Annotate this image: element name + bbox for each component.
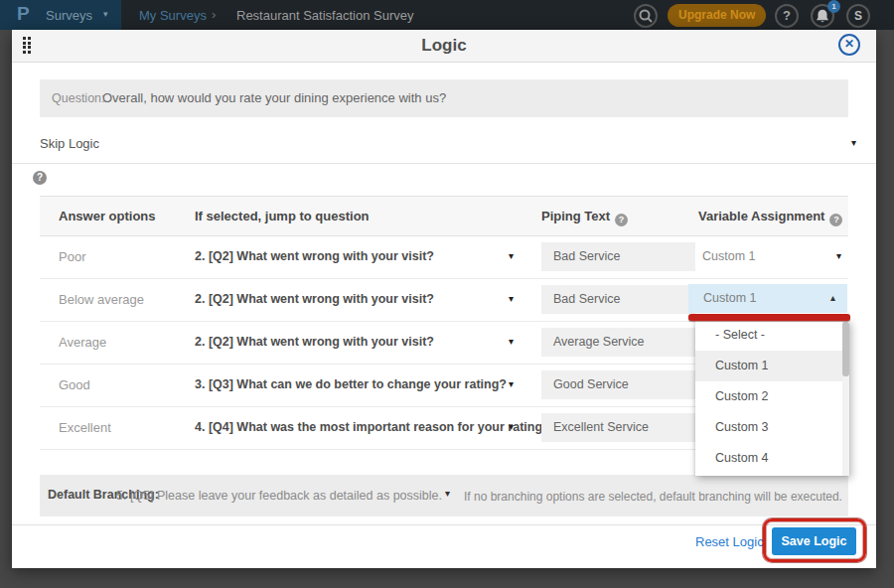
dropdown-scrollbar-thumb[interactable] <box>842 322 849 376</box>
variable-assignment-select[interactable]: Custom 1 ▾ <box>702 243 847 271</box>
app-screen: P Surveys ▾ My Surveys › Restaurant Sati… <box>0 0 894 588</box>
nav-item-surveys[interactable]: P Surveys ▾ <box>0 0 121 30</box>
dropdown-option-custom-3[interactable]: Custom 3 <box>695 412 849 443</box>
notification-count-badge: 1 <box>827 0 840 13</box>
user-avatar[interactable]: S <box>846 4 870 28</box>
variable-value: Custom 1 <box>702 249 756 263</box>
variable-assignment-select-open[interactable]: Custom 1 ▴ <box>688 284 847 313</box>
breadcrumb-current-survey: Restaurant Satisfaction Survey <box>236 8 413 23</box>
answer-option-label: Below average <box>59 292 144 307</box>
chevron-down-icon: ▾ <box>836 250 841 261</box>
close-button[interactable]: ✕ <box>838 34 860 56</box>
modal-header: Logic ✕ <box>12 30 876 63</box>
reset-logic-link[interactable]: Reset Logic <box>695 534 764 549</box>
annotation-red-underline <box>688 314 850 321</box>
upgrade-now-button[interactable]: Upgrade Now <box>668 4 766 27</box>
help-button[interactable]: ? <box>775 4 799 28</box>
jump-question-value: 3. [Q3] What can we do better to change … <box>195 377 507 391</box>
variable-assignment-help-icon[interactable]: ? <box>829 214 842 226</box>
proprofs-logo: P <box>17 3 30 25</box>
default-branching-note: If no branching options are selected, de… <box>464 490 842 504</box>
question-label: Question: <box>52 91 105 105</box>
jump-question-value: 2. [Q2] What went wrong with your visit? <box>195 249 434 263</box>
chevron-down-icon: ▾ <box>851 137 856 148</box>
question-summary-band: Question: Overall, how would you rate yo… <box>40 79 848 117</box>
save-logic-button[interactable]: Save Logic <box>772 527 856 555</box>
breadcrumb-separator: › <box>212 7 216 22</box>
logic-table-rows: Poor 2. [Q2] What went wrong with your v… <box>40 236 848 450</box>
variable-value: Custom 1 <box>703 291 757 305</box>
jump-question-value: 4. [Q4] What was the most important reas… <box>195 420 550 434</box>
surveys-menu-label: Surveys <box>46 8 92 23</box>
table-row-below-average: Below average 2. [Q2] What went wrong wi… <box>40 279 848 322</box>
dropdown-option-custom-1[interactable]: Custom 1 <box>695 351 849 381</box>
skip-logic-section-toggle[interactable]: Skip Logic ▾ <box>12 127 876 164</box>
chevron-down-icon[interactable]: ▾ <box>509 421 514 432</box>
chevron-down-icon: ▾ <box>103 9 108 19</box>
chevron-up-icon: ▴ <box>830 292 835 303</box>
logic-modal: Logic ✕ Question: Overall, how would you… <box>12 30 876 568</box>
variable-assignment-dropdown: - Select - Custom 1 Custom 2 Custom 3 Cu… <box>695 320 849 476</box>
default-branching-band: Default Branching: 5. [Q5] Please leave … <box>40 475 848 516</box>
skip-logic-help-icon[interactable]: ? <box>33 171 47 185</box>
chevron-down-icon[interactable]: ▾ <box>509 336 514 347</box>
modal-title: Logic <box>12 36 876 56</box>
dropdown-option-custom-4[interactable]: Custom 4 <box>695 443 849 474</box>
piping-text-input[interactable]: Good Service <box>541 370 695 399</box>
answer-option-label: Good <box>59 377 90 392</box>
answer-option-label: Excellent <box>59 420 111 435</box>
footer-divider <box>12 524 876 525</box>
piping-text-input[interactable]: Bad Service <box>541 285 695 314</box>
jump-question-value: 2. [Q2] What went wrong with your visit? <box>195 292 434 306</box>
piping-text-input[interactable]: Average Service <box>541 328 695 357</box>
header-answer-options: Answer options <box>59 209 156 223</box>
piping-text-input[interactable]: Excellent Service <box>541 413 695 442</box>
piping-text-input[interactable]: Bad Service <box>541 242 695 271</box>
answer-option-label: Average <box>59 335 106 350</box>
chevron-down-icon[interactable]: ▾ <box>445 488 450 499</box>
search-button[interactable] <box>634 4 658 28</box>
default-branching-select[interactable]: 5. [Q5] Please leave your feedback as de… <box>116 489 442 503</box>
jump-question-value: 2. [Q2] What went wrong with your visit? <box>195 335 434 349</box>
header-variable-assignment: Variable Assignment? <box>698 209 842 226</box>
question-mark-icon: ? <box>783 8 791 23</box>
logic-table-header: Answer options If selected, jump to ques… <box>40 196 848 236</box>
chevron-down-icon[interactable]: ▾ <box>509 293 514 304</box>
chevron-down-icon[interactable]: ▾ <box>509 250 514 261</box>
header-piping-text: Piping Text? <box>541 209 628 226</box>
dropdown-option-select[interactable]: - Select - <box>695 320 849 351</box>
header-jump-to-question: If selected, jump to question <box>195 209 370 223</box>
piping-text-help-icon[interactable]: ? <box>615 214 628 226</box>
question-text: Overall, how would you rate your dining … <box>102 90 446 105</box>
answer-option-label: Poor <box>59 249 85 264</box>
question-mark-icon: ? <box>37 172 43 183</box>
close-icon: ✕ <box>844 37 854 51</box>
table-row-poor: Poor 2. [Q2] What went wrong with your v… <box>40 236 848 279</box>
search-icon <box>636 6 656 26</box>
dropdown-option-custom-2[interactable]: Custom 2 <box>695 381 849 412</box>
breadcrumb-my-surveys[interactable]: My Surveys <box>139 8 207 23</box>
dropdown-scrollbar[interactable] <box>842 320 849 476</box>
top-navigation-bar: P Surveys ▾ My Surveys › Restaurant Sati… <box>0 0 894 30</box>
chevron-down-icon[interactable]: ▾ <box>509 378 514 389</box>
skip-logic-label: Skip Logic <box>40 136 99 151</box>
